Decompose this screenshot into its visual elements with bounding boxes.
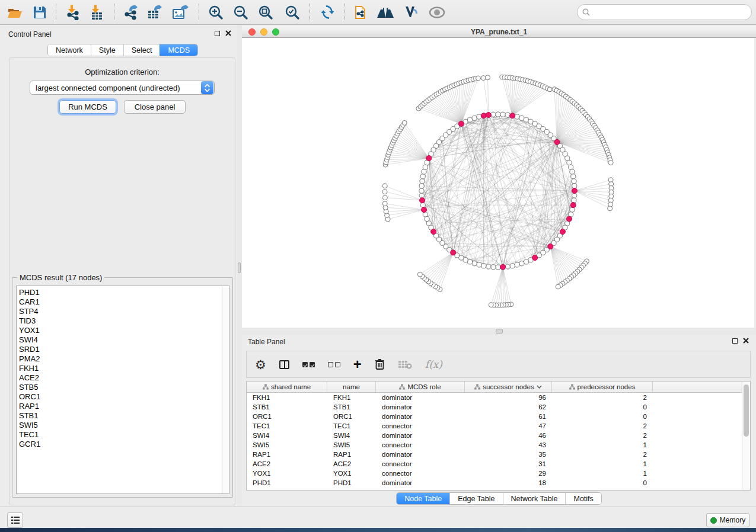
mcds-result-item[interactable]: GCR1 <box>17 440 229 449</box>
column-header-shared-name[interactable]: shared name <box>247 382 327 392</box>
save-session-icon[interactable] <box>30 3 50 22</box>
run-mcds-button[interactable]: Run MCDS <box>59 100 116 114</box>
table-settings-gear-icon[interactable]: ⚙ <box>255 355 266 373</box>
table-row[interactable]: YOX1YOX1connector291 <box>247 469 742 478</box>
vertical-splitter[interactable] <box>237 25 242 507</box>
control-panel-title: Control Panel <box>8 30 52 39</box>
open-session-icon[interactable] <box>5 3 25 22</box>
delete-row-trash-icon[interactable] <box>375 355 385 373</box>
table-row[interactable]: RAP1RAP1dominator352 <box>247 450 742 459</box>
deselect-all-icon[interactable] <box>328 355 340 373</box>
table-cell: TEC1 <box>327 421 376 431</box>
column-header-name[interactable]: name <box>327 382 376 392</box>
column-header-MCDS-role[interactable]: MCDS role <box>376 382 465 392</box>
tab-edge-table[interactable]: Edge Table <box>449 493 502 504</box>
column-header-successor-nodes[interactable]: successor nodes <box>465 382 552 392</box>
table-row[interactable]: SWI4SWI4dominator462 <box>247 431 742 440</box>
tab-mcds[interactable]: MCDS <box>160 44 197 56</box>
table-cell: ORC1 <box>327 412 376 421</box>
table-cell: dominator <box>376 450 465 459</box>
zoom-selected-icon[interactable] <box>282 3 302 22</box>
task-history-button[interactable] <box>7 512 23 528</box>
network-window: YPA_prune.txt_1 <box>242 25 756 328</box>
memory-button[interactable]: Memory <box>706 513 749 527</box>
import-table-icon[interactable] <box>87 3 107 22</box>
tab-network-table[interactable]: Network Table <box>503 493 566 504</box>
mcds-result-item[interactable]: FKH1 <box>17 364 229 373</box>
table-row[interactable]: ACE2ACE2connector311 <box>247 459 742 469</box>
mcds-result-item[interactable]: TID3 <box>17 316 229 326</box>
mcds-result-item[interactable]: ORC1 <box>17 392 229 402</box>
scrollbar-thumb[interactable] <box>744 384 749 437</box>
network-window-titlebar[interactable]: YPA_prune.txt_1 <box>242 26 756 38</box>
splitter-grip[interactable] <box>496 329 503 334</box>
table-cell: 2 <box>552 393 653 402</box>
show-columns-icon[interactable] <box>279 355 289 373</box>
mcds-result-item[interactable]: SWI4 <box>17 335 229 345</box>
mcds-result-item[interactable]: PMA2 <box>17 354 229 364</box>
table-row[interactable]: PHD1PHD1dominator180 <box>247 478 742 488</box>
zoom-in-icon[interactable] <box>206 3 226 22</box>
list-scrollbar[interactable] <box>222 286 229 493</box>
zoom-out-icon[interactable] <box>231 3 251 22</box>
visual-properties-icon[interactable] <box>401 3 421 22</box>
mcds-result-item[interactable]: TEC1 <box>17 430 229 440</box>
tab-node-table[interactable]: Node Table <box>397 493 449 504</box>
mcds-result-item[interactable]: CAR1 <box>17 297 229 307</box>
network-graph[interactable] <box>242 38 754 328</box>
table-toolbar: ⚙ + f(x) <box>246 351 751 378</box>
mcds-result-item[interactable]: PHD1 <box>17 288 229 297</box>
table-row[interactable]: ORC1ORC1dominator610 <box>247 412 742 421</box>
desktop-wallpaper-bottom <box>0 528 756 532</box>
show-graphics-details-icon[interactable] <box>427 3 447 22</box>
mcds-result-item[interactable]: STP4 <box>17 307 229 316</box>
tab-network[interactable]: Network <box>48 44 91 56</box>
share-document-icon[interactable] <box>351 3 371 22</box>
refresh-icon[interactable] <box>318 3 338 22</box>
network-canvas[interactable] <box>242 38 754 328</box>
main-toolbar <box>0 0 756 25</box>
table-scrollbar[interactable] <box>742 382 750 490</box>
tab-style[interactable]: Style <box>91 44 123 56</box>
toolbar-search <box>577 4 752 20</box>
mcds-result-list[interactable]: PHD1CAR1STP4TID3YOX1SWI4SRD1PMA2FKH1ACE2… <box>16 286 229 494</box>
close-panel-button[interactable]: Close panel <box>124 100 186 114</box>
tab-select[interactable]: Select <box>123 44 160 56</box>
splitter-grip[interactable] <box>238 262 241 273</box>
mcds-result-item[interactable]: YOX1 <box>17 326 229 335</box>
select-all-icon[interactable] <box>302 355 315 373</box>
mcds-result-item[interactable]: ACE2 <box>17 373 229 383</box>
table-row[interactable]: FKH1FKH1dominator962 <box>247 393 742 402</box>
zoom-fit-icon[interactable] <box>256 3 276 22</box>
export-image-icon[interactable] <box>171 3 191 22</box>
mcds-result-item[interactable]: SRD1 <box>17 345 229 354</box>
export-table-icon[interactable] <box>145 3 165 22</box>
table-cell: connector <box>376 469 465 478</box>
table-cell: 2 <box>552 431 653 440</box>
close-panel-icon[interactable] <box>743 338 749 344</box>
table-cell: ACE2 <box>247 459 327 469</box>
column-header-predecessor-nodes[interactable]: predecessor nodes <box>552 382 653 392</box>
float-panel-icon[interactable] <box>732 338 738 344</box>
mcds-result-item[interactable]: RAP1 <box>17 402 229 411</box>
tab-motifs[interactable]: Motifs <box>565 493 601 504</box>
mcds-result-item[interactable]: STB1 <box>17 411 229 421</box>
horizontal-splitter[interactable] <box>242 328 756 335</box>
add-row-icon[interactable]: + <box>353 355 362 373</box>
close-panel-icon[interactable] <box>225 30 231 36</box>
table-row[interactable]: TEC1TEC1connector472 <box>247 421 742 431</box>
optimization-criterion-select[interactable]: largest connected component (undirected) <box>30 81 215 95</box>
table-cell: RAP1 <box>327 450 376 459</box>
import-network-icon[interactable] <box>63 3 83 22</box>
mcds-result-item[interactable]: STB5 <box>17 383 229 392</box>
table-row[interactable]: STB1STB1dominator620 <box>247 402 742 412</box>
table-cell: SWI5 <box>247 440 327 450</box>
float-panel-icon[interactable] <box>215 31 220 36</box>
mcds-result-item[interactable]: SWI5 <box>17 421 229 430</box>
table-cell: STB1 <box>327 402 376 412</box>
search-input[interactable] <box>590 7 751 18</box>
table-row[interactable]: SWI5SWI5connector431 <box>247 440 742 450</box>
export-network-icon[interactable] <box>121 3 141 22</box>
table-cell: 1 <box>552 440 653 450</box>
search-network-icon[interactable] <box>375 3 395 22</box>
